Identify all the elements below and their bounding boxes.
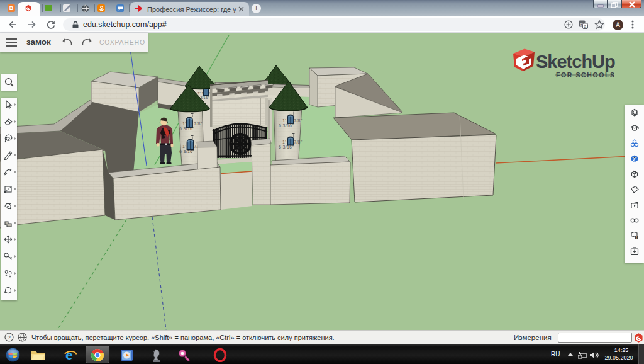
- svg-text:e: e: [65, 348, 73, 362]
- svg-text:a: a: [584, 24, 586, 28]
- svg-text:!: !: [636, 236, 637, 239]
- svg-text:?: ?: [8, 334, 11, 341]
- svg-text:SketchUp: SketchUp: [536, 52, 615, 72]
